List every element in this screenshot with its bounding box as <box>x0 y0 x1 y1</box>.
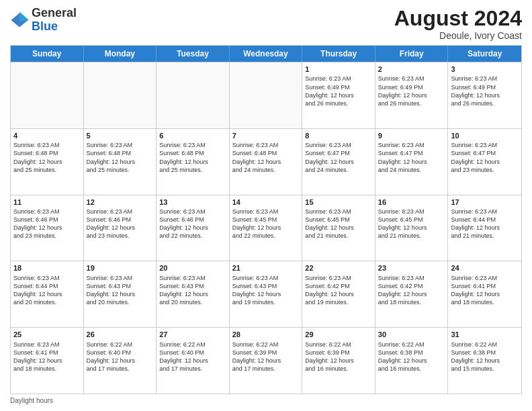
day-number: 7 <box>232 131 300 140</box>
calendar-row-3: 11Sunrise: 6:23 AM Sunset: 6:46 PM Dayli… <box>11 195 521 261</box>
day-cell-18: 18Sunrise: 6:23 AM Sunset: 6:44 PM Dayli… <box>11 261 84 327</box>
cell-info: Sunrise: 6:22 AM Sunset: 6:40 PM Dayligh… <box>159 340 226 373</box>
day-number: 9 <box>378 131 445 140</box>
cell-info: Sunrise: 6:23 AM Sunset: 6:45 PM Dayligh… <box>378 208 445 240</box>
cell-info: Sunrise: 6:23 AM Sunset: 6:47 PM Dayligh… <box>305 141 372 174</box>
day-of-week-sunday: Sunday <box>11 46 84 62</box>
empty-cell <box>230 62 303 128</box>
day-number: 17 <box>451 197 519 207</box>
cell-info: Sunrise: 6:23 AM Sunset: 6:46 PM Dayligh… <box>159 208 226 240</box>
day-number: 5 <box>87 131 154 140</box>
day-cell-8: 8Sunrise: 6:23 AM Sunset: 6:47 PM Daylig… <box>302 129 375 195</box>
day-number: 16 <box>378 197 445 207</box>
day-cell-29: 29Sunrise: 6:22 AM Sunset: 6:39 PM Dayli… <box>302 328 375 394</box>
day-cell-7: 7Sunrise: 6:23 AM Sunset: 6:48 PM Daylig… <box>230 129 303 195</box>
day-cell-11: 11Sunrise: 6:23 AM Sunset: 6:46 PM Dayli… <box>11 195 84 261</box>
location: Deoule, Ivory Coast <box>394 30 522 41</box>
day-cell-9: 9Sunrise: 6:23 AM Sunset: 6:47 PM Daylig… <box>375 129 449 195</box>
day-cell-16: 16Sunrise: 6:23 AM Sunset: 6:45 PM Dayli… <box>375 195 449 261</box>
cell-info: Sunrise: 6:23 AM Sunset: 6:44 PM Dayligh… <box>13 274 81 307</box>
day-cell-27: 27Sunrise: 6:22 AM Sunset: 6:40 PM Dayli… <box>157 328 230 394</box>
day-of-week-monday: Monday <box>84 46 157 62</box>
day-number: 1 <box>305 64 372 74</box>
day-number: 31 <box>451 330 519 339</box>
day-cell-2: 2Sunrise: 6:23 AM Sunset: 6:49 PM Daylig… <box>375 62 449 128</box>
day-cell-26: 26Sunrise: 6:22 AM Sunset: 6:40 PM Dayli… <box>84 328 157 394</box>
cell-info: Sunrise: 6:22 AM Sunset: 6:39 PM Dayligh… <box>232 340 300 373</box>
day-cell-21: 21Sunrise: 6:23 AM Sunset: 6:43 PM Dayli… <box>230 261 303 327</box>
day-number: 22 <box>305 263 372 273</box>
day-number: 20 <box>159 263 226 273</box>
day-number: 8 <box>305 131 372 140</box>
footer-note: Daylight hours <box>10 397 522 404</box>
svg-marker-1 <box>19 11 29 21</box>
cell-info: Sunrise: 6:23 AM Sunset: 6:47 PM Dayligh… <box>451 141 519 174</box>
day-cell-10: 10Sunrise: 6:23 AM Sunset: 6:47 PM Dayli… <box>448 129 521 195</box>
day-of-week-friday: Friday <box>375 46 449 62</box>
cell-info: Sunrise: 6:23 AM Sunset: 6:43 PM Dayligh… <box>87 274 154 307</box>
month-year: August 2024 <box>394 7 522 30</box>
cell-info: Sunrise: 6:23 AM Sunset: 6:44 PM Dayligh… <box>451 208 519 240</box>
day-cell-17: 17Sunrise: 6:23 AM Sunset: 6:44 PM Dayli… <box>448 195 521 261</box>
day-number: 19 <box>87 263 154 273</box>
day-number: 2 <box>378 64 445 74</box>
day-cell-1: 1Sunrise: 6:23 AM Sunset: 6:49 PM Daylig… <box>302 62 375 128</box>
cell-info: Sunrise: 6:23 AM Sunset: 6:48 PM Dayligh… <box>13 141 81 174</box>
cell-info: Sunrise: 6:23 AM Sunset: 6:48 PM Dayligh… <box>232 141 300 174</box>
day-number: 21 <box>232 263 300 273</box>
day-number: 28 <box>232 330 300 339</box>
day-number: 24 <box>451 263 519 273</box>
calendar-row-5: 25Sunrise: 6:23 AM Sunset: 6:41 PM Dayli… <box>11 327 521 394</box>
cell-info: Sunrise: 6:23 AM Sunset: 6:49 PM Dayligh… <box>451 75 519 107</box>
day-number: 27 <box>159 330 226 339</box>
cell-info: Sunrise: 6:22 AM Sunset: 6:38 PM Dayligh… <box>451 340 519 373</box>
day-cell-15: 15Sunrise: 6:23 AM Sunset: 6:45 PM Dayli… <box>302 195 375 261</box>
day-of-week-tuesday: Tuesday <box>157 46 230 62</box>
cell-info: Sunrise: 6:23 AM Sunset: 6:42 PM Dayligh… <box>378 274 445 307</box>
day-cell-24: 24Sunrise: 6:23 AM Sunset: 6:41 PM Dayli… <box>448 261 521 327</box>
logo-icon <box>10 11 29 30</box>
day-cell-14: 14Sunrise: 6:23 AM Sunset: 6:45 PM Dayli… <box>230 195 303 261</box>
cell-info: Sunrise: 6:23 AM Sunset: 6:49 PM Dayligh… <box>378 75 445 107</box>
day-of-week-wednesday: Wednesday <box>230 46 303 62</box>
title-block: August 2024 Deoule, Ivory Coast <box>394 7 522 41</box>
day-number: 13 <box>159 197 226 207</box>
cell-info: Sunrise: 6:23 AM Sunset: 6:43 PM Dayligh… <box>232 274 300 307</box>
logo: General Blue <box>10 7 77 34</box>
day-number: 12 <box>87 197 154 207</box>
day-cell-3: 3Sunrise: 6:23 AM Sunset: 6:49 PM Daylig… <box>448 62 521 128</box>
logo-general: General <box>32 6 77 19</box>
page-header: General Blue August 2024 Deoule, Ivory C… <box>10 7 522 41</box>
calendar-row-4: 18Sunrise: 6:23 AM Sunset: 6:44 PM Dayli… <box>11 261 521 327</box>
day-number: 26 <box>87 330 154 339</box>
day-cell-25: 25Sunrise: 6:23 AM Sunset: 6:41 PM Dayli… <box>11 328 84 394</box>
cell-info: Sunrise: 6:22 AM Sunset: 6:39 PM Dayligh… <box>305 340 372 373</box>
day-cell-20: 20Sunrise: 6:23 AM Sunset: 6:43 PM Dayli… <box>157 261 230 327</box>
cell-info: Sunrise: 6:23 AM Sunset: 6:43 PM Dayligh… <box>159 274 226 307</box>
day-number: 30 <box>378 330 445 339</box>
day-cell-22: 22Sunrise: 6:23 AM Sunset: 6:42 PM Dayli… <box>302 261 375 327</box>
cell-info: Sunrise: 6:22 AM Sunset: 6:38 PM Dayligh… <box>378 340 445 373</box>
day-number: 6 <box>159 131 226 140</box>
day-number: 14 <box>232 197 300 207</box>
day-number: 29 <box>305 330 372 339</box>
cell-info: Sunrise: 6:23 AM Sunset: 6:41 PM Dayligh… <box>451 274 519 307</box>
cell-info: Sunrise: 6:23 AM Sunset: 6:46 PM Dayligh… <box>87 208 154 240</box>
day-number: 25 <box>13 330 81 339</box>
calendar-row-2: 4Sunrise: 6:23 AM Sunset: 6:48 PM Daylig… <box>11 128 521 195</box>
day-cell-19: 19Sunrise: 6:23 AM Sunset: 6:43 PM Dayli… <box>84 261 157 327</box>
cell-info: Sunrise: 6:23 AM Sunset: 6:46 PM Dayligh… <box>13 208 81 240</box>
day-cell-23: 23Sunrise: 6:23 AM Sunset: 6:42 PM Dayli… <box>375 261 449 327</box>
day-number: 11 <box>13 197 81 207</box>
day-of-week-thursday: Thursday <box>302 46 375 62</box>
calendar-row-1: 1Sunrise: 6:23 AM Sunset: 6:49 PM Daylig… <box>11 62 521 128</box>
day-cell-13: 13Sunrise: 6:23 AM Sunset: 6:46 PM Dayli… <box>157 195 230 261</box>
day-cell-6: 6Sunrise: 6:23 AM Sunset: 6:48 PM Daylig… <box>157 129 230 195</box>
empty-cell <box>157 62 230 128</box>
day-number: 18 <box>13 263 81 273</box>
day-cell-30: 30Sunrise: 6:22 AM Sunset: 6:38 PM Dayli… <box>375 328 449 394</box>
calendar-body: 1Sunrise: 6:23 AM Sunset: 6:49 PM Daylig… <box>11 62 521 394</box>
logo-blue: Blue <box>32 19 58 33</box>
cell-info: Sunrise: 6:23 AM Sunset: 6:48 PM Dayligh… <box>159 141 226 174</box>
day-number: 15 <box>305 197 372 207</box>
